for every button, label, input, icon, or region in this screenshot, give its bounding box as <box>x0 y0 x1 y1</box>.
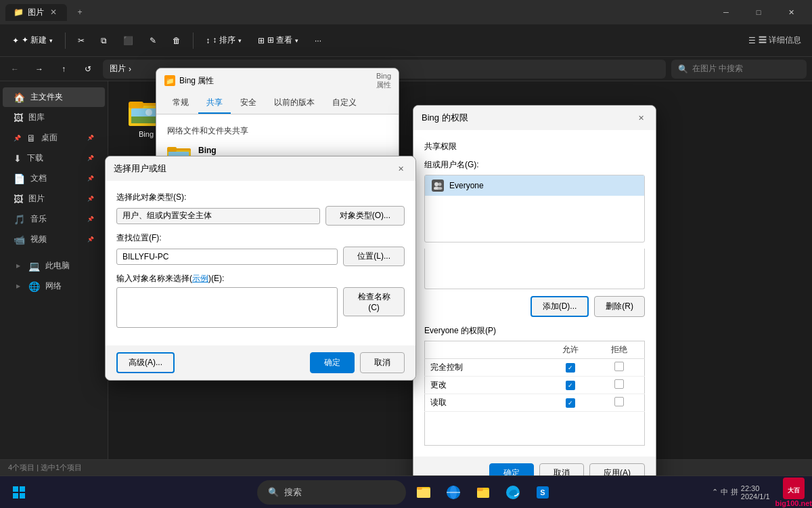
sidebar-item-music[interactable]: 🎵 音乐 📌 <box>3 209 105 229</box>
object-type-row: 对象类型(O)... <box>116 206 405 226</box>
input-label-suffix: )(E): <box>208 274 224 283</box>
object-type-btn[interactable]: 对象类型(O)... <box>325 206 405 226</box>
taskbar-search[interactable]: 🔍 搜索 <box>257 480 406 505</box>
delete-icon: 🗑 <box>173 36 181 45</box>
taskbar: 🔍 搜索 <box>0 475 812 508</box>
up-btn[interactable]: ↑ <box>54 60 73 79</box>
sidebar-item-gallery[interactable]: 🖼 图库 <box>3 108 105 127</box>
check-name-btn[interactable]: 检查名称(C) <box>343 287 405 316</box>
check-deny-read <box>614 397 624 406</box>
perm-table: 允许 拒绝 完全控制 ✓ 更改 ✓ <box>424 341 645 412</box>
bing-props-title: Bing 属性 <box>179 75 373 87</box>
perm-deny-change[interactable] <box>595 377 645 394</box>
taskbar-app-5[interactable]: S <box>531 480 555 505</box>
sidebar-pictures-label: 图片 <box>28 193 45 205</box>
location-label: 查找位置(F): <box>116 232 405 244</box>
example-link[interactable]: 示例 <box>192 274 208 283</box>
pin-marker4: 📌 <box>87 196 94 202</box>
add-btn[interactable]: 添加(D)... <box>531 296 589 317</box>
col-deny: 拒绝 <box>595 341 645 359</box>
taskbar-app-4[interactable] <box>501 480 525 505</box>
copy-btn[interactable]: ⧉ <box>94 32 114 49</box>
tab-close-btn[interactable]: ✕ <box>48 7 59 18</box>
sidebar-item-desktop[interactable]: 📌 🖥 桌面 📌 <box>3 128 105 148</box>
everyone-list-item[interactable]: Everyone <box>425 175 644 196</box>
more-btn[interactable]: ··· <box>308 32 328 49</box>
select-ok-btn[interactable]: 确定 <box>310 352 355 373</box>
minimize-btn[interactable]: ─ <box>710 0 742 24</box>
perm-allow-read[interactable]: ✓ <box>545 394 595 412</box>
tab-previous[interactable]: 以前的版本 <box>266 93 323 114</box>
taskbar-app-3[interactable] <box>471 480 495 505</box>
address-bar: ← → ↑ ↺ 图片 › 🔍 在图片 中搜索 <box>0 57 812 81</box>
perm-row-change: 更改 ✓ <box>425 377 645 394</box>
share-folder-name: Bing <box>198 146 221 155</box>
sidebar-item-pc[interactable]: ▶ 💻 此电脑 <box>3 256 105 276</box>
pin-icon: 📌 <box>14 135 21 142</box>
location-btn[interactable]: 位置(L)... <box>343 247 405 266</box>
input-label-row: 输入对象名称来选择(示例)(E): <box>116 273 405 284</box>
home-icon: 🏠 <box>14 92 25 103</box>
remove-btn[interactable]: 删除(R) <box>594 296 645 317</box>
forward-btn[interactable]: → <box>30 60 49 79</box>
delete-btn[interactable]: 🗑 <box>166 32 187 49</box>
svg-rect-29 <box>477 488 483 491</box>
svg-rect-23 <box>417 487 422 490</box>
perm-allow-change[interactable]: ✓ <box>545 377 595 394</box>
sidebar-videos-label: 视频 <box>30 234 47 245</box>
view-btn[interactable]: ⊞ ⊞ 查看 ▾ <box>251 30 305 50</box>
sidebar-item-network[interactable]: ▶ 🌐 网络 <box>3 276 105 296</box>
name-textarea[interactable] <box>116 287 338 328</box>
tab-security[interactable]: 安全 <box>232 93 265 114</box>
shared-perm-label: 共享权限 <box>424 141 645 152</box>
perm-deny-read[interactable] <box>595 394 645 412</box>
cut-btn[interactable]: ✂ <box>71 32 91 49</box>
search-box[interactable]: 🔍 在图片 中搜索 <box>671 60 807 79</box>
paste-btn[interactable]: ⬛ <box>116 32 140 49</box>
new-btn[interactable]: ✦ ✦ 新建 ▾ <box>5 30 60 50</box>
perm-close-btn[interactable]: ✕ <box>634 111 648 125</box>
tab-general[interactable]: 常规 <box>164 93 197 114</box>
sys-tray: ⌃ 中 拼 22:302024/1/1 大百 big100.net <box>712 478 812 507</box>
tab-share[interactable]: 共享 <box>198 93 231 114</box>
refresh-btn[interactable]: ↺ <box>78 60 97 79</box>
maximize-btn[interactable]: □ <box>743 0 774 24</box>
explorer-tab[interactable]: 📁 图片 ✕ <box>5 4 67 21</box>
bing-props-close[interactable]: Bing 属性 <box>377 74 390 87</box>
sidebar-item-docs[interactable]: 📄 文档 📌 <box>3 169 105 188</box>
taskbar-app-2[interactable] <box>441 480 466 505</box>
sidebar-item-videos[interactable]: 📹 视频 📌 <box>3 230 105 249</box>
perm-allow-full[interactable]: ✓ <box>545 359 595 377</box>
sort-btn[interactable]: ↕ ↕ 排序 ▾ <box>199 30 248 50</box>
everyone-label: Everyone <box>449 181 484 190</box>
rename-btn[interactable]: ✎ <box>143 32 163 49</box>
tab-custom[interactable]: 自定义 <box>324 93 365 114</box>
perm-deny-full[interactable] <box>595 359 645 377</box>
taskbar-app-1[interactable] <box>411 480 436 505</box>
new-tab-btn[interactable]: + <box>70 2 90 22</box>
object-type-input[interactable] <box>116 208 320 224</box>
start-btn[interactable] <box>5 479 32 506</box>
svg-rect-17 <box>13 486 18 492</box>
cut-icon: ✂ <box>78 36 85 45</box>
back-btn[interactable]: ← <box>5 60 24 79</box>
location-input[interactable] <box>116 249 338 265</box>
breadcrumb-arrow: › <box>129 64 131 74</box>
perm-row-full: 完全控制 ✓ <box>425 359 645 377</box>
select-user-close[interactable]: ✕ <box>394 162 407 175</box>
sidebar-item-home[interactable]: 🏠 主文件夹 <box>3 87 105 107</box>
detail-info-btn[interactable]: ☰ ☰ 详细信息 <box>743 32 807 49</box>
status-text: 4个项目 | 选中1个项目 <box>8 463 82 473</box>
search-icon: 🔍 <box>678 64 688 74</box>
advanced-btn[interactable]: 高级(A)... <box>116 352 175 373</box>
select-user-title-bar: 选择用户或组 ✕ <box>106 156 415 181</box>
windows-logo <box>12 486 26 499</box>
toolbar: ✦ ✦ 新建 ▾ ✂ ⧉ ⬛ ✎ 🗑 ↕ ↕ 排序 ▾ ⊞ ⊞ 查看 ▾ <box>0 24 812 57</box>
svg-rect-22 <box>417 488 430 498</box>
select-cancel-btn[interactable]: 取消 <box>360 352 405 373</box>
sidebar-item-pictures[interactable]: 🖼 图片 📌 <box>3 189 105 209</box>
sidebar-item-downloads[interactable]: ⬇ 下载 📌 <box>3 148 105 168</box>
perm-name-read: 读取 <box>425 394 546 412</box>
bing-props-icon: 📁 <box>164 75 175 86</box>
close-btn[interactable]: ✕ <box>775 0 807 24</box>
